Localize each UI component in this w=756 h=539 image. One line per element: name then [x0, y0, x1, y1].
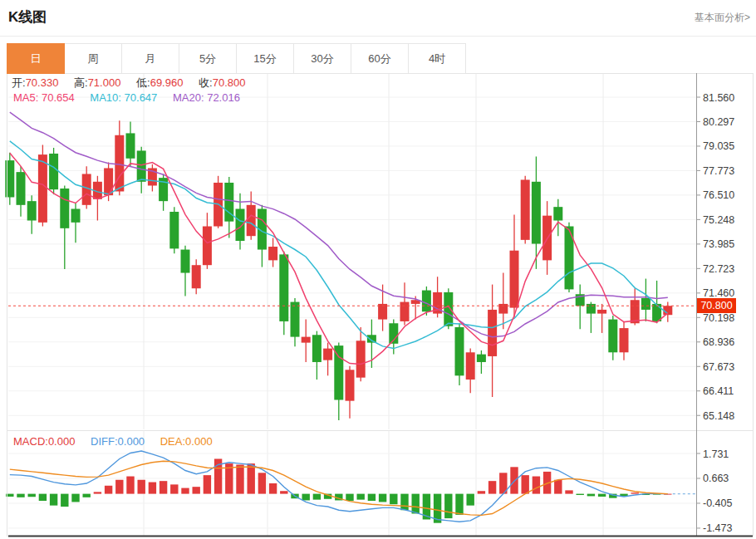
y-axis-label: 79.035: [703, 140, 734, 152]
tab-5分[interactable]: 5分: [179, 43, 237, 74]
low-value: 低:69.960: [136, 76, 183, 89]
y-axis-label: 1.731: [703, 448, 729, 460]
y-axis-label: -1.473: [703, 522, 732, 534]
interval-tabbar: 日周月5分15分30分60分4时: [7, 43, 466, 74]
ma-legend: MA5: 70.654 MA10: 70.647 MA20: 72.016: [13, 91, 253, 104]
tab-15分[interactable]: 15分: [236, 43, 294, 74]
y-axis-label: 80.297: [703, 116, 734, 128]
tab-周[interactable]: 周: [64, 43, 122, 74]
diff-value: DIFF:0.000: [91, 435, 145, 448]
open-value: 开:70.330: [12, 76, 58, 89]
y-axis-label: 76.510: [703, 189, 734, 201]
y-axis-label: 73.985: [703, 238, 734, 250]
ma10-value: MA10: 70.647: [90, 91, 157, 104]
ma5-value: MA5: 70.654: [13, 91, 75, 104]
ohlc-legend: 开:70.330 高:71.000 低:69.960 收:70.800: [12, 76, 258, 91]
current-price-badge: 70.800: [697, 298, 736, 313]
macd-value: MACD:0.000: [13, 435, 75, 448]
fundamental-analysis-link[interactable]: 基本面分析>: [695, 11, 750, 25]
tab-日[interactable]: 日: [7, 43, 65, 74]
y-axis-label: 75.248: [703, 214, 734, 226]
y-axis-label: 67.673: [703, 361, 734, 373]
y-axis-label: -0.405: [703, 497, 732, 509]
y-axis-label: 66.411: [703, 385, 734, 397]
y-axis-label: 70.198: [703, 312, 734, 324]
close-value: 收:70.800: [199, 76, 245, 89]
y-axis-label: 0.663: [703, 473, 729, 484]
tab-4时[interactable]: 4时: [408, 43, 466, 74]
tab-月[interactable]: 月: [121, 43, 179, 74]
tab-60分[interactable]: 60分: [351, 43, 409, 74]
tab-30分[interactable]: 30分: [293, 43, 351, 74]
y-axis-label: 81.560: [703, 92, 734, 104]
macd-legend: MACD:0.000 DIFF:0.000 DEA:0.000: [13, 435, 225, 448]
page-title: K线图: [8, 7, 47, 27]
y-axis-label: 68.936: [703, 336, 734, 348]
dea-value: DEA:0.000: [160, 435, 213, 448]
y-axis-label: 72.723: [703, 263, 734, 275]
high-value: 高:71.000: [74, 76, 120, 89]
page-header: K线图 基本面分析>: [0, 0, 756, 37]
ma20-value: MA20: 72.016: [173, 91, 240, 104]
y-axis-label: 65.148: [703, 410, 734, 422]
y-axis-label: 77.773: [703, 165, 734, 177]
